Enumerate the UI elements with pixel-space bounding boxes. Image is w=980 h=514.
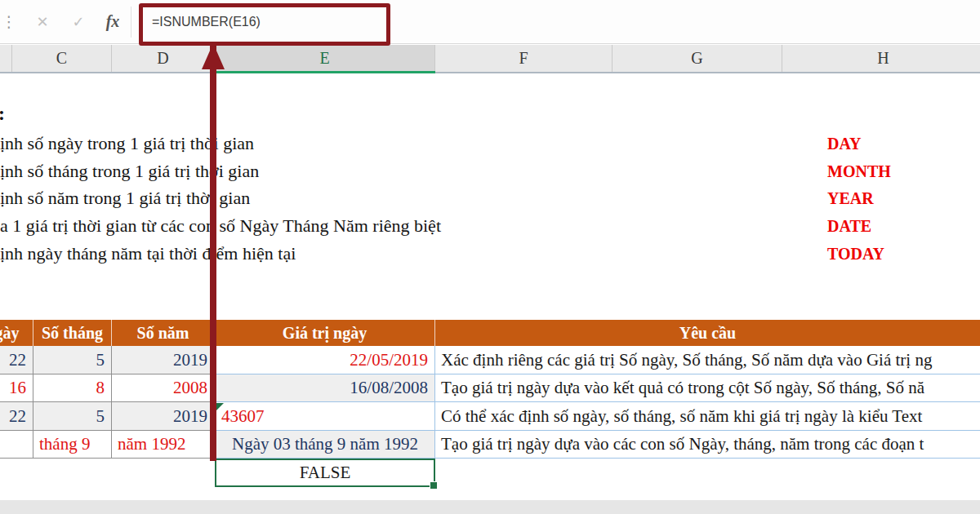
cell-request-row3[interactable]: Có thể xác định số ngày, số tháng, số nă… <box>435 402 980 431</box>
column-header-c[interactable]: C <box>12 45 112 72</box>
cell-month-row4[interactable]: tháng 9 <box>33 431 112 459</box>
cancel-icon[interactable]: ✕ <box>33 0 52 43</box>
cell-date-row3[interactable]: 43607 <box>215 402 435 431</box>
note-line-date[interactable]: a 1 giá trị thời gian từ các con số Ngày… <box>0 215 441 237</box>
function-label-today[interactable]: TODAY <box>827 242 884 265</box>
cell-year-row1[interactable]: 2019 <box>112 346 215 374</box>
column-header-d[interactable]: D <box>112 45 215 72</box>
function-label-month[interactable]: MONTH <box>827 160 891 183</box>
cell-month-row3[interactable]: 5 <box>33 402 112 431</box>
cell-request-row4[interactable]: Tạo giá trị ngày dựa vào các con số Ngày… <box>435 431 980 459</box>
confirm-icon[interactable]: ✓ <box>69 0 88 43</box>
cell-month-row2[interactable]: 8 <box>33 374 112 402</box>
heading-fragment: : <box>0 103 5 125</box>
cell-date-row2[interactable]: 16/08/2008 <box>215 374 435 402</box>
bottom-strip <box>0 500 980 514</box>
selected-cell-e16[interactable]: FALSE <box>215 459 435 487</box>
cell-date-row3-value: 43607 <box>221 406 265 427</box>
table-header-so-thang[interactable]: Số tháng <box>33 320 112 346</box>
cell-year-row3[interactable]: 2019 <box>112 402 215 431</box>
column-header-f[interactable]: F <box>435 45 612 72</box>
excel-window: ⋮ ✕ ✓ fx =ISNUMBER(E16) B C D E F G H : … <box>0 0 980 514</box>
cell-day-row4[interactable]: 03 <box>0 431 33 459</box>
selected-cell-value: FALSE <box>300 463 351 483</box>
cell-day-row1[interactable]: 22 <box>0 346 33 374</box>
cell-year-row4[interactable]: năm 1992 <box>112 431 215 459</box>
cell-day-row3[interactable]: 22 <box>0 402 33 431</box>
annotation-arrow-line <box>210 43 216 461</box>
insert-function-icon[interactable]: fx <box>101 0 124 43</box>
column-header-row: B C D E F G H <box>0 45 980 73</box>
cell-year-row2[interactable]: 2008 <box>112 374 215 402</box>
function-label-date[interactable]: DATE <box>827 215 871 237</box>
selected-column-underline <box>215 71 435 73</box>
fill-handle[interactable] <box>430 481 438 490</box>
annotation-arrow-head <box>202 43 225 69</box>
annotation-rectangle <box>139 3 390 46</box>
column-header-b[interactable]: B <box>0 45 12 72</box>
table-header-gia-tri-ngay[interactable]: Giá trị ngày <box>215 320 435 346</box>
cell-request-row1[interactable]: Xác định riêng các giá trị Số ngày, Số t… <box>435 346 980 374</box>
column-header-h[interactable]: H <box>782 45 980 72</box>
column-header-g[interactable]: G <box>612 45 782 72</box>
table-header-so-nam[interactable]: Số năm <box>112 320 215 346</box>
more-options-icon[interactable]: ⋮ <box>2 0 16 43</box>
table-header-yeu-cau[interactable]: Yêu cầu <box>435 320 980 346</box>
function-label-year[interactable]: YEAR <box>827 187 874 210</box>
note-line-today[interactable]: ịnh ngày tháng năm tại thời điểm hiện tạ… <box>0 242 296 265</box>
function-label-day[interactable]: DAY <box>827 132 862 155</box>
cell-day-row2[interactable]: 16 <box>0 374 33 402</box>
formula-bar-divider <box>131 7 131 38</box>
cell-date-row1[interactable]: 22/05/2019 <box>215 346 435 374</box>
cell-request-row2[interactable]: Tạo giá trị ngày dựa vào kết quả có tron… <box>435 374 980 402</box>
note-line-month[interactable]: ịnh số tháng trong 1 giá trị thời gian <box>0 160 259 183</box>
cell-month-row1[interactable]: 5 <box>33 346 112 374</box>
table-header-so-ngay[interactable]: Số ngày <box>0 320 33 346</box>
column-header-e-selected[interactable]: E <box>215 45 435 72</box>
error-indicator-icon <box>216 403 224 410</box>
cell-date-row4[interactable]: Ngày 03 tháng 9 năm 1992 <box>215 431 435 459</box>
